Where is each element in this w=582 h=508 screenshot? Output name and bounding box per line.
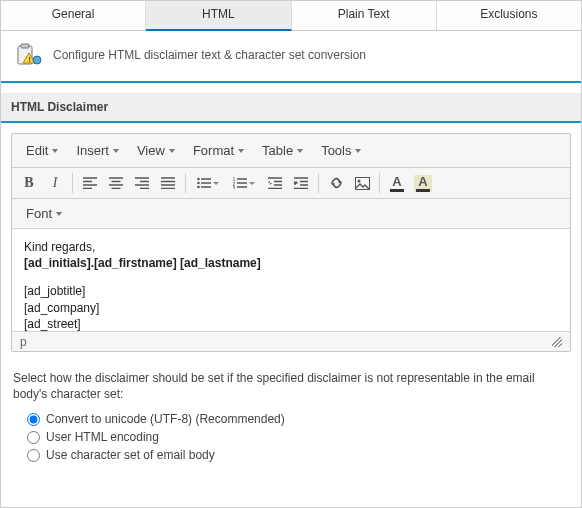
menu-table[interactable]: Table <box>254 138 311 163</box>
svg-marker-11 <box>268 181 272 185</box>
chevron-down-icon <box>249 182 255 185</box>
bold-button[interactable]: B <box>16 171 42 195</box>
chevron-down-icon <box>238 149 244 153</box>
outdent-icon <box>268 177 282 189</box>
menu-bar: Edit Insert View Format Table Tools <box>12 134 570 168</box>
align-justify-button[interactable] <box>155 171 181 195</box>
description-text: Configure HTML disclaimer text & charact… <box>53 48 366 62</box>
content-line: [ad_company] <box>24 300 558 316</box>
radio-label-htmlenc[interactable]: User HTML encoding <box>46 430 159 444</box>
align-center-icon <box>109 177 123 189</box>
separator <box>379 173 380 193</box>
chevron-down-icon <box>169 149 175 153</box>
content-line: [ad_jobtitle] <box>24 283 558 299</box>
separator <box>318 173 319 193</box>
align-right-icon <box>135 177 149 189</box>
charset-options: Select how the disclaimer should be set … <box>1 362 581 476</box>
svg-point-15 <box>357 179 360 182</box>
svg-point-6 <box>197 182 200 185</box>
chevron-down-icon <box>113 149 119 153</box>
indent-icon <box>294 177 308 189</box>
tab-plain-text[interactable]: Plain Text <box>292 1 437 30</box>
chevron-down-icon <box>56 212 62 216</box>
menu-view[interactable]: View <box>129 138 183 163</box>
highlight-color-button[interactable]: A <box>410 171 436 195</box>
link-icon <box>329 176 344 190</box>
insert-link-button[interactable] <box>323 171 349 195</box>
menu-label: Format <box>193 143 234 158</box>
italic-icon: I <box>53 175 58 191</box>
menu-tools[interactable]: Tools <box>313 138 369 163</box>
radio-label-bodycs[interactable]: Use character set of email body <box>46 448 215 462</box>
radio-convert-utf8[interactable] <box>27 413 40 426</box>
font-family-dropdown[interactable]: Font <box>18 202 70 225</box>
outdent-button[interactable] <box>262 171 288 195</box>
svg-point-4 <box>33 56 41 64</box>
content-line: [ad_initials].[ad_firstname] [ad_lastnam… <box>24 255 558 271</box>
radio-label-utf8[interactable]: Convert to unicode (UTF-8) (Recommended) <box>46 412 285 426</box>
align-left-icon <box>83 177 97 189</box>
font-label: Font <box>26 206 52 221</box>
chevron-down-icon <box>52 149 58 153</box>
tab-html[interactable]: HTML <box>146 1 291 31</box>
toolbar: B I 123 <box>12 168 570 199</box>
tab-general[interactable]: General <box>1 1 146 30</box>
align-right-button[interactable] <box>129 171 155 195</box>
tab-exclusions[interactable]: Exclusions <box>437 1 581 30</box>
menu-label: Insert <box>76 143 109 158</box>
section-title: HTML Disclaimer <box>1 93 581 123</box>
image-icon <box>355 177 370 190</box>
bold-icon: B <box>24 175 33 191</box>
options-prompt: Select how the disclaimer should be set … <box>13 370 569 402</box>
align-justify-icon <box>161 177 175 189</box>
tab-bar: General HTML Plain Text Exclusions <box>1 1 581 31</box>
separator <box>185 173 186 193</box>
svg-rect-1 <box>21 44 29 48</box>
radio-body-charset[interactable] <box>27 449 40 462</box>
numbered-list-icon: 123 <box>233 177 247 189</box>
menu-label: View <box>137 143 165 158</box>
editor-content-area[interactable]: Kind regards, [ad_initials].[ad_firstnam… <box>12 229 570 331</box>
font-bar: Font <box>12 199 570 229</box>
bullet-list-button[interactable] <box>190 171 226 195</box>
highlight-icon: A <box>414 175 432 192</box>
numbered-list-button[interactable]: 123 <box>226 171 262 195</box>
editor-status-bar: p <box>12 331 570 351</box>
indent-button[interactable] <box>288 171 314 195</box>
menu-insert[interactable]: Insert <box>68 138 127 163</box>
italic-button[interactable]: I <box>42 171 68 195</box>
svg-point-7 <box>197 186 200 189</box>
chevron-down-icon <box>297 149 303 153</box>
chevron-down-icon <box>355 149 361 153</box>
svg-point-5 <box>197 178 200 181</box>
text-color-button[interactable]: A <box>384 171 410 195</box>
menu-format[interactable]: Format <box>185 138 252 163</box>
blank-line <box>24 271 558 283</box>
menu-label: Tools <box>321 143 351 158</box>
svg-text:!: ! <box>28 55 31 64</box>
svg-text:3: 3 <box>233 185 236 189</box>
align-left-button[interactable] <box>77 171 103 195</box>
content-line: [ad_street] <box>24 316 558 331</box>
clipboard-warning-icon: ! <box>15 43 43 67</box>
text-color-icon: A <box>390 175 404 192</box>
radio-html-encoding[interactable] <box>27 431 40 444</box>
align-center-button[interactable] <box>103 171 129 195</box>
element-path[interactable]: p <box>20 335 27 349</box>
separator <box>72 173 73 193</box>
insert-image-button[interactable] <box>349 171 375 195</box>
menu-label: Edit <box>26 143 48 158</box>
description-row: ! Configure HTML disclaimer text & chara… <box>1 31 581 83</box>
menu-edit[interactable]: Edit <box>18 138 66 163</box>
resize-handle-icon[interactable] <box>552 337 562 347</box>
rich-text-editor: Edit Insert View Format Table Tools B I … <box>11 133 571 352</box>
bullet-list-icon <box>197 177 211 189</box>
chevron-down-icon <box>213 182 219 185</box>
content-line: Kind regards, <box>24 239 558 255</box>
menu-label: Table <box>262 143 293 158</box>
